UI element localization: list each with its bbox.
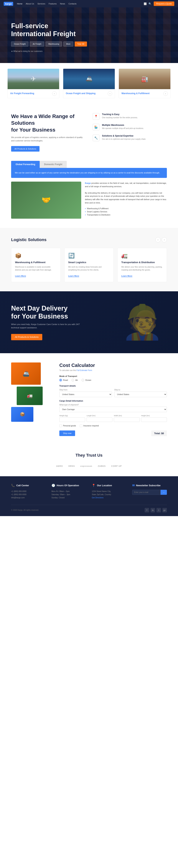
logistic-smart-desc: We work by creating ideas forecasts and …: [68, 266, 110, 272]
footer-newsletter: ✉ Newsletter Subscribe →: [132, 484, 167, 499]
hero-btn-air[interactable]: Air Freight: [30, 41, 44, 46]
social-facebook[interactable]: f: [145, 508, 149, 513]
hero-btn-warehouse[interactable]: Warehousing: [46, 41, 62, 46]
solutions-layout: We Have a Wide Range of Solutions for Yo…: [11, 113, 167, 152]
social-googleplus[interactable]: g+: [162, 508, 167, 513]
full-estimate-link[interactable]: Full Estimate Form: [77, 369, 92, 371]
social-linkedin[interactable]: in: [151, 508, 155, 513]
delivery-cta-button[interactable]: All Products & Solutions: [11, 334, 42, 340]
air-freight-arrow[interactable]: ›: [52, 91, 57, 96]
feature-tracking-text: Tracking Is Easy One tracking number for…: [102, 113, 138, 119]
nav-news[interactable]: News: [60, 3, 65, 5]
footer-hours-text: Mon–Fri: 08am – 5pm Saturday: 09am – 3pm…: [52, 490, 86, 499]
mode-road[interactable]: Road: [59, 379, 68, 381]
newsletter-submit-button[interactable]: →: [160, 490, 167, 495]
logistic-warehouse-icon: 📦: [15, 253, 57, 259]
personal-goods-checkbox[interactable]: Personal goods: [59, 425, 76, 427]
ocean-freight-arrow[interactable]: ›: [108, 91, 112, 96]
cargo-type-field: What type of shipment? Own Carriage: [59, 404, 167, 412]
calculator-images: 🚢 🚛 📦: [11, 363, 52, 436]
logo[interactable]: kargo: [4, 2, 13, 6]
radio-ocean-dot: [82, 379, 84, 381]
social-twitter[interactable]: t: [156, 508, 161, 513]
solutions-left: We Have a Wide Range of Solutions for Yo…: [11, 113, 85, 152]
tracking-icon: 📍: [93, 113, 99, 120]
transport-label: Transport details: [59, 385, 167, 387]
nav-features[interactable]: Features: [49, 3, 57, 5]
footer: 📞 Call Center +1 (800) 000-0000 +1 (800)…: [0, 476, 178, 516]
tab-global-forwarding[interactable]: Global Forwarding: [11, 161, 40, 168]
length-input[interactable]: [87, 417, 112, 422]
forwarding-image: 🤝: [11, 182, 81, 219]
solutions-right: 📍 Tracking Is Easy One tracking number f…: [93, 113, 167, 145]
warehouse-arrow[interactable]: ›: [164, 91, 168, 96]
mode-air[interactable]: Air: [71, 379, 78, 381]
weight-input[interactable]: [59, 417, 85, 422]
air-freight-title: Air Freight Forwarding: [10, 92, 34, 95]
service-card-ocean[interactable]: Ocean Freight and Shipping ›: [63, 68, 115, 98]
service-card-warehouse[interactable]: Warehousing & Fulfillment ›: [119, 68, 171, 98]
hero-btn-more[interactable]: More: [63, 41, 73, 46]
nav-home[interactable]: Home: [17, 3, 22, 5]
ship-from-select[interactable]: United States: [59, 392, 112, 397]
service-card-air[interactable]: Air Freight Forwarding ›: [7, 68, 59, 98]
zoom-icon[interactable]: 🔍: [149, 2, 151, 5]
logistic-solutions-section: Logistic Solutions ‹ › 📦 Warehousing & F…: [0, 228, 178, 291]
get-directions-link[interactable]: Get Directions: [92, 496, 127, 499]
newsletter-input-row: →: [132, 490, 167, 495]
logistic-smart-learn-more[interactable]: Learn More: [68, 275, 79, 277]
feature-tracking: 📍 Tracking Is Easy One tracking number f…: [93, 113, 167, 120]
calculator-title: Cost Calculator: [59, 363, 167, 368]
calculator-section: 🚢 🚛 📦 Cost Calculator To calculate use t…: [0, 353, 178, 445]
service-item-transport: Transportation & Distribution: [85, 213, 167, 216]
footer-location-title: 📍 Our Location: [92, 484, 127, 487]
tab-domestic-freight[interactable]: Domestic Freight: [40, 161, 67, 168]
logistic-transport-icon: 🚛: [121, 253, 163, 259]
transport-row: Ship from: United States Ship to: United…: [59, 389, 167, 397]
trust-logo-1: HRSS: [68, 463, 75, 469]
logistic-transport-learn-more[interactable]: Learn More: [121, 275, 132, 277]
logistic-section-title: Logistic Solutions: [11, 237, 47, 242]
height-input[interactable]: [141, 417, 167, 422]
feature-expertise: 🔧 Solutions & Special Expertise Our aim …: [93, 134, 167, 141]
insurance-checkbox[interactable]: Insurance required: [80, 425, 99, 427]
footer-grid: 📞 Call Center +1 (800) 000-0000 +1 (800)…: [11, 484, 167, 499]
width-input[interactable]: [114, 417, 140, 422]
ship-to-label: Ship to:: [114, 389, 167, 391]
solutions-description: We provide all types of logistics servic…: [11, 136, 85, 142]
nav-contacts[interactable]: Contacts: [68, 3, 77, 5]
prev-arrow[interactable]: ‹: [155, 237, 160, 242]
location-icon: 📍: [92, 484, 95, 487]
forwarding-details: Kargo provides services in the field of …: [85, 182, 167, 219]
ship-from-label: Ship from:: [59, 389, 112, 391]
delivery-section: 👷 Next Day Delivery for Your Business Wh…: [0, 291, 178, 353]
logistic-card-smart: 🔄 Smart Logistics We work by creating id…: [64, 248, 114, 282]
checkbox-row: Personal goods Insurance required: [59, 425, 167, 427]
calc-image-3: 📦: [11, 407, 33, 422]
warehouse-icon: 🏪: [93, 124, 99, 130]
logistic-transport-title: Transportation & Distribution: [121, 261, 163, 264]
mode-ocean[interactable]: Ocean: [82, 379, 91, 381]
search-icon[interactable]: ⬜: [144, 2, 147, 5]
dimensions-row: Weight (kg) Length (km) Width (km) Heigh…: [59, 415, 167, 422]
request-quote-button[interactable]: Request a Quote: [154, 1, 174, 6]
next-arrow[interactable]: ›: [162, 237, 167, 242]
logistic-warehouse-learn-more[interactable]: Learn More: [15, 275, 26, 277]
hero-btn-total[interactable]: Total: $0: [75, 41, 87, 46]
footer-call-center: 📞 Call Center +1 (800) 000-0000 +1 (800)…: [11, 484, 46, 499]
width-label: Width (km): [114, 415, 140, 416]
ocean-freight-title: Ocean Freight and Shipping: [66, 92, 95, 95]
nav-about[interactable]: About Us: [26, 3, 34, 5]
all-products-button[interactable]: All Products & Solutions: [11, 146, 39, 152]
ship-now-button[interactable]: Ship now: [59, 431, 75, 436]
phone-icon: 📞: [11, 484, 15, 487]
warehouse-image: [119, 69, 170, 89]
navbar: kargo Home About Us Services Features Ne…: [0, 0, 178, 7]
logistic-card-transport: 🚛 Transportation & Distribution We deliv…: [117, 248, 167, 282]
newsletter-email-input[interactable]: [132, 490, 161, 495]
nav-services[interactable]: Services: [37, 3, 45, 5]
logistic-cards: 📦 Warehousing & Fulfillment Warehouse is…: [11, 248, 167, 282]
ship-to-select[interactable]: United States: [114, 392, 167, 397]
cargo-type-select[interactable]: Own Carriage: [59, 407, 167, 412]
hero-btn-ocean[interactable]: Ocean Freight: [11, 41, 28, 46]
